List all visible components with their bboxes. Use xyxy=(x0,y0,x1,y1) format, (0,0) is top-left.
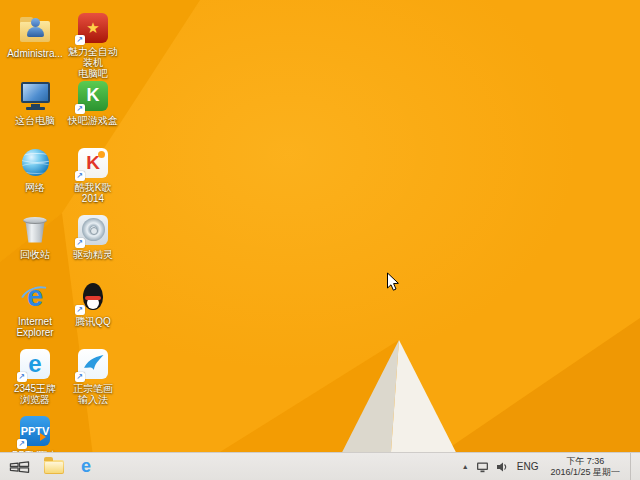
folder-icon xyxy=(44,460,64,474)
desktop-icon-internet-explorer[interactable]: e Internet Explorer xyxy=(6,280,64,347)
red-k-tile-icon: K xyxy=(77,146,110,179)
windows-logo-icon xyxy=(9,459,30,475)
user-folder-icon xyxy=(19,12,52,45)
icon-label: 网络 xyxy=(25,182,45,193)
desktop-icon-this-pc[interactable]: 这台电脑 xyxy=(6,79,64,146)
computer-monitor-icon xyxy=(19,79,52,112)
icon-label: 魅力全自动装机 电脑吧 xyxy=(64,46,122,79)
desktop-icon-tencent-qq[interactable]: 腾讯QQ xyxy=(64,280,122,347)
shortcut-arrow-icon xyxy=(17,439,27,449)
internet-explorer-button[interactable]: e xyxy=(70,453,102,480)
desktop-icon-recycle-bin[interactable]: 回收站 xyxy=(6,213,64,280)
ie-e-icon: e xyxy=(19,280,52,313)
icon-label: 2345王牌 浏览器 xyxy=(14,383,56,405)
language-indicator[interactable]: ENG xyxy=(515,461,541,472)
red-tile-icon: ★ xyxy=(77,12,110,43)
shortcut-arrow-icon xyxy=(75,305,85,315)
icon-label: 快吧游戏盒 xyxy=(68,115,118,126)
taskbar: e ▲ ENG 下午 7:36 2016/1/25 星期一 xyxy=(0,452,640,480)
ie-e-icon: e xyxy=(81,456,91,477)
icon-label: 酷我K歌 2014 xyxy=(75,182,112,204)
pptv-blue-tile-icon: PPTV xyxy=(19,414,52,447)
desktop-icon-kuaiba-games[interactable]: K 快吧游戏盒 xyxy=(64,79,122,146)
volume-icon[interactable] xyxy=(496,461,508,473)
shortcut-arrow-icon xyxy=(75,35,85,45)
desktop-icon-administrator[interactable]: Administra... xyxy=(6,12,64,79)
shortcut-arrow-icon xyxy=(75,372,85,382)
show-desktop-button[interactable] xyxy=(630,453,636,480)
icon-label: 正宗笔画 输入法 xyxy=(73,383,113,405)
show-hidden-icons-button[interactable]: ▲ xyxy=(462,463,469,470)
icon-label: 这台电脑 xyxy=(15,115,55,126)
desktop-icon-2345-browser[interactable]: e 2345王牌 浏览器 xyxy=(6,347,64,414)
clock-date: 2016/1/25 星期一 xyxy=(550,467,620,478)
qq-penguin-icon xyxy=(77,280,110,313)
desktop-icon-stroke-input[interactable]: 正宗笔画 输入法 xyxy=(64,347,122,414)
network-icon[interactable] xyxy=(476,461,489,473)
start-button[interactable] xyxy=(0,453,38,480)
icon-label: Administra... xyxy=(7,48,63,59)
desktop-icon-diannaoba-forum[interactable]: ★ 魅力全自动装机 电脑吧 xyxy=(64,12,122,79)
shortcut-arrow-icon xyxy=(75,238,85,248)
icon-label: Internet Explorer xyxy=(16,316,53,338)
icon-label: 腾讯QQ xyxy=(75,316,111,327)
desktop-icon-kuwo-k-2014[interactable]: K 酷我K歌 2014 xyxy=(64,146,122,213)
file-explorer-button[interactable] xyxy=(38,453,70,480)
shortcut-arrow-icon xyxy=(75,171,85,181)
globe-icon xyxy=(19,146,52,179)
desktop-icon-grid: Administra... 这台电脑 网络 回收站 e Internet Exp… xyxy=(6,12,122,480)
desktop: Administra... 这台电脑 网络 回收站 e Internet Exp… xyxy=(0,0,640,480)
desktop-icon-network[interactable]: 网络 xyxy=(6,146,64,213)
shortcut-arrow-icon xyxy=(75,104,85,114)
desktop-icon-driver-genius[interactable]: 驱动精灵 xyxy=(64,213,122,280)
blue-bird-icon xyxy=(77,347,110,380)
shortcut-arrow-icon xyxy=(17,372,27,382)
blue-e-icon: e xyxy=(19,347,52,380)
clock[interactable]: 下午 7:36 2016/1/25 星期一 xyxy=(547,456,623,477)
clock-time: 下午 7:36 xyxy=(550,456,620,467)
system-tray: ▲ ENG 下午 7:36 2016/1/25 星期一 xyxy=(462,453,640,480)
mouse-cursor-icon xyxy=(386,272,400,292)
green-k-tile-icon: K xyxy=(77,79,110,112)
trash-bin-icon xyxy=(19,213,52,246)
icon-label: 回收站 xyxy=(20,249,50,260)
cd-disc-icon xyxy=(77,213,110,246)
icon-label: 驱动精灵 xyxy=(73,249,113,260)
